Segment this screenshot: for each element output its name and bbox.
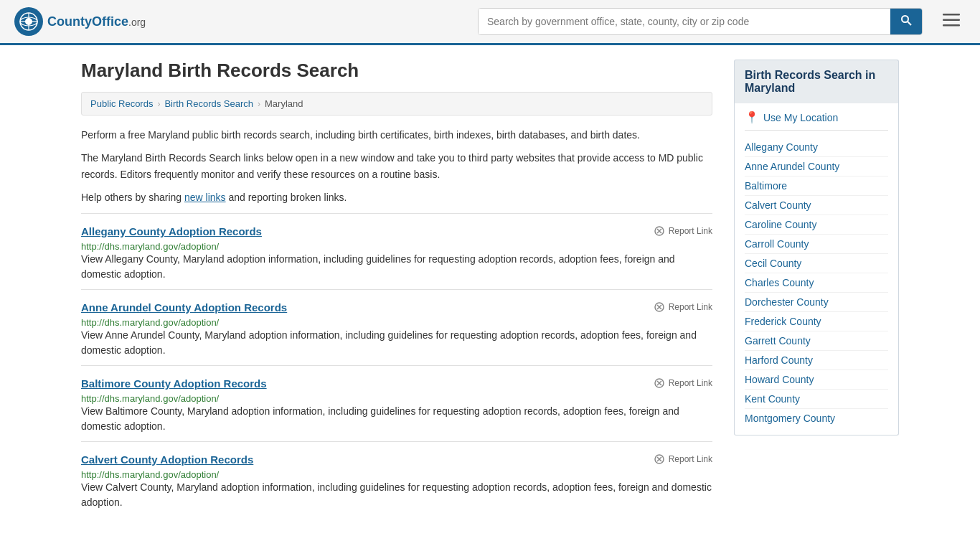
main-container: Maryland Birth Records Search Public Rec…	[67, 45, 913, 532]
sidebar-link-10[interactable]: Garrett County	[745, 331, 888, 351]
result-card-1: Anne Arundel County Adoption Records Rep…	[81, 289, 712, 365]
svg-line-6	[908, 22, 911, 25]
breadcrumb-link-public-records[interactable]: Public Records	[90, 98, 153, 109]
result-header-3: Calvert County Adoption Records Report L…	[81, 453, 712, 466]
sidebar-link-8[interactable]: Dorchester County	[745, 293, 888, 312]
svg-rect-7	[943, 14, 960, 16]
sidebar-link-2[interactable]: Baltimore	[745, 176, 888, 196]
svg-rect-8	[943, 19, 960, 22]
intro-p3: Help others by sharing new links and rep…	[81, 189, 712, 205]
result-url-2[interactable]: http://dhs.maryland.gov/adoption/	[81, 393, 219, 404]
report-link-0[interactable]: Report Link	[654, 225, 712, 237]
result-desc-1: View Anne Arundel County, Maryland adopt…	[81, 328, 712, 358]
intro-p2: The Maryland Birth Records Search links …	[81, 150, 712, 182]
report-label-3: Report Link	[669, 454, 712, 464]
result-header-2: Baltimore County Adoption Records Report…	[81, 377, 712, 390]
result-desc-0: View Allegany County, Maryland adoption …	[81, 252, 712, 282]
report-label-2: Report Link	[669, 378, 712, 388]
search-bar	[478, 8, 923, 35]
breadcrumb-current: Maryland	[265, 98, 303, 109]
sidebar-link-12[interactable]: Howard County	[745, 370, 888, 390]
result-desc-2: View Baltimore County, Maryland adoption…	[81, 404, 712, 434]
breadcrumb: Public Records › Birth Records Search › …	[81, 92, 712, 116]
logo-text: CountyOffice.org	[47, 14, 146, 29]
svg-rect-9	[943, 24, 960, 27]
sidebar-link-7[interactable]: Charles County	[745, 273, 888, 293]
result-desc-3: View Calvert County, Maryland adoption i…	[81, 480, 712, 510]
svg-point-5	[902, 16, 908, 22]
report-label-0: Report Link	[669, 226, 712, 236]
sidebar-link-5[interactable]: Carroll County	[745, 235, 888, 254]
sidebar-link-14[interactable]: Montgomery County	[745, 409, 888, 428]
breadcrumb-sep-1: ›	[157, 99, 160, 109]
result-title-3[interactable]: Calvert County Adoption Records	[81, 453, 253, 466]
result-url-0[interactable]: http://dhs.maryland.gov/adoption/	[81, 241, 219, 252]
intro-p1: Perform a free Maryland public birth rec…	[81, 127, 712, 143]
sidebar-link-3[interactable]: Calvert County	[745, 196, 888, 215]
sidebar-link-0[interactable]: Allegany County	[745, 138, 888, 157]
result-card-0: Allegany County Adoption Records Report …	[81, 213, 712, 289]
sidebar-body: 📍 Use My Location Allegany CountyAnne Ar…	[734, 103, 899, 435]
sidebar-link-6[interactable]: Cecil County	[745, 254, 888, 273]
result-header-1: Anne Arundel County Adoption Records Rep…	[81, 301, 712, 314]
intro-p3-post: and reporting broken links.	[226, 192, 347, 203]
menu-icon[interactable]	[937, 9, 966, 34]
report-link-2[interactable]: Report Link	[654, 377, 712, 389]
use-my-location[interactable]: 📍 Use My Location	[745, 110, 888, 131]
logo[interactable]: CountyOffice.org	[14, 7, 146, 36]
sidebar-title: Birth Records Search in Maryland	[734, 60, 899, 103]
report-link-3[interactable]: Report Link	[654, 453, 712, 465]
search-button[interactable]	[890, 9, 922, 34]
search-input[interactable]	[479, 9, 890, 34]
sidebar-link-1[interactable]: Anne Arundel County	[745, 157, 888, 176]
breadcrumb-sep-2: ›	[258, 99, 260, 109]
report-label-1: Report Link	[669, 302, 712, 312]
result-header-0: Allegany County Adoption Records Report …	[81, 225, 712, 237]
result-card-2: Baltimore County Adoption Records Report…	[81, 365, 712, 441]
result-url-1[interactable]: http://dhs.maryland.gov/adoption/	[81, 317, 219, 328]
sidebar-link-9[interactable]: Frederick County	[745, 312, 888, 331]
location-label: Use My Location	[763, 112, 838, 123]
result-title-2[interactable]: Baltimore County Adoption Records	[81, 377, 267, 390]
breadcrumb-link-birth-records[interactable]: Birth Records Search	[164, 98, 253, 109]
intro-p3-pre: Help others by sharing	[81, 192, 184, 203]
report-link-1[interactable]: Report Link	[654, 301, 712, 313]
header: CountyOffice.org	[0, 0, 980, 45]
sidebar-link-4[interactable]: Caroline County	[745, 215, 888, 235]
page-title: Maryland Birth Records Search	[81, 60, 712, 82]
sidebar-link-13[interactable]: Kent County	[745, 390, 888, 409]
result-url-3[interactable]: http://dhs.maryland.gov/adoption/	[81, 469, 219, 480]
content-area: Maryland Birth Records Search Public Rec…	[81, 60, 712, 517]
result-card-3: Calvert County Adoption Records Report L…	[81, 441, 712, 517]
sidebar: Birth Records Search in Maryland 📍 Use M…	[734, 60, 899, 517]
result-title-0[interactable]: Allegany County Adoption Records	[81, 225, 262, 237]
new-links-link[interactable]: new links	[184, 192, 226, 203]
results-list: Allegany County Adoption Records Report …	[81, 213, 712, 517]
sidebar-links: Allegany CountyAnne Arundel CountyBaltim…	[745, 138, 888, 428]
sidebar-link-11[interactable]: Harford County	[745, 351, 888, 370]
result-title-1[interactable]: Anne Arundel County Adoption Records	[81, 301, 287, 314]
location-icon: 📍	[745, 110, 759, 124]
logo-icon	[14, 7, 43, 36]
